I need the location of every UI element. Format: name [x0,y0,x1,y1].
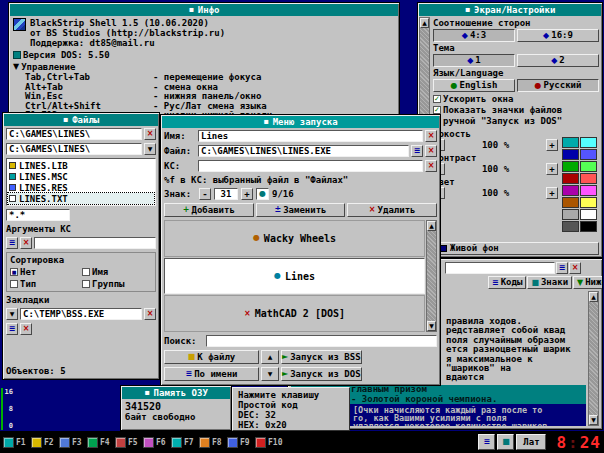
current-dir-input[interactable] [6,143,142,155]
function-key-button[interactable]: F10 [255,433,281,451]
args-clear-button[interactable]: × [20,237,32,249]
launch-titlebar[interactable]: ▪ Меню запуска [162,116,439,128]
aspect-option-button[interactable]: ◆ 16:9 [517,29,599,42]
memory-titlebar[interactable]: ▪ Память ОЗУ [122,387,230,399]
arguments-input[interactable] [34,237,156,249]
aspect-option-button[interactable]: ◆ 4:3 [433,29,515,42]
theme-option-button[interactable]: ◆ 2 [517,54,599,67]
bookmark-remove-button[interactable]: × [20,323,32,335]
bookmark-clear-button[interactable]: × [144,308,156,320]
language-option-button[interactable]: ● Русский [517,79,599,92]
section-collapse-icon[interactable]: ▼ [13,63,19,71]
args-list-button[interactable]: ≡ [6,237,18,249]
color-swatch[interactable] [562,137,579,148]
function-key-button[interactable]: F8 [199,433,225,451]
signs-button[interactable]: ■ Знаки [527,276,572,289]
scroll-down-button[interactable]: ▼ [427,321,436,331]
color-swatch[interactable] [562,173,579,184]
color-swatch[interactable] [562,221,579,232]
file-list-item[interactable]: LINES.MSC [8,171,154,182]
search-input[interactable] [206,335,437,347]
color-swatch[interactable] [580,161,597,172]
color-swatch[interactable] [562,161,579,172]
files-titlebar[interactable]: ▪ Файлы [4,114,158,126]
info-titlebar[interactable]: ▪ Инфо [10,4,398,16]
replace-button[interactable]: ± Заменить [256,203,346,217]
function-key-button[interactable]: F7 [171,433,197,451]
run-bss-button[interactable]: ► Запуск из BSS [281,350,362,364]
below-button[interactable]: ▼ Ниже [573,276,603,289]
increase-button[interactable]: + [546,139,558,151]
color-swatch[interactable] [580,137,597,148]
to-file-button[interactable]: ■ К файлу [164,350,259,364]
color-swatch[interactable] [580,197,597,208]
increase-button[interactable]: + [546,163,558,175]
settings-checkbox[interactable]: ✓ Ускорить окна [433,94,599,104]
launch-item[interactable]: ● Lines [164,258,425,295]
increase-button[interactable]: + [546,187,558,199]
settings-titlebar[interactable]: ▪ Экран/Настройки [419,4,601,16]
scroll-up-button[interactable]: ▲ [427,221,436,231]
icon-prev-button[interactable]: - [199,188,211,200]
sort-radio[interactable]: ■ Нет [10,267,80,277]
keyboard-layout-button[interactable]: Лат [516,434,546,450]
bookmark-add-button[interactable]: ≡ [6,323,18,335]
file-input[interactable] [198,145,409,157]
sort-radio[interactable]: Группы [82,279,152,289]
file-browse-button[interactable]: ≡ [411,145,423,157]
checkbox-box[interactable]: ✓ [433,95,441,103]
file-list-item[interactable]: LINES.RES [8,182,154,193]
scroll-up-button[interactable]: ▲ [589,292,598,302]
file-mask-input[interactable] [6,209,70,221]
color-swatch[interactable] [580,149,597,160]
radio-box[interactable] [82,280,90,288]
function-key-button[interactable]: F5 [115,433,141,451]
settings-checkbox[interactable]: ручной "Запуск из DOS" [433,116,599,126]
bookmark-input[interactable] [20,308,142,320]
function-key-button[interactable]: F2 [31,433,57,451]
icon-next-button[interactable]: + [241,188,253,200]
kc-input[interactable] [198,160,423,172]
name-input[interactable] [198,130,423,142]
launch-item[interactable]: × MathCAD 2 [DOS] [164,295,425,332]
path-input[interactable] [6,128,142,140]
color-swatch[interactable] [562,185,579,196]
color-swatch[interactable] [562,149,579,160]
radio-box[interactable] [10,280,18,288]
settings-checkbox[interactable]: ✓ Показать значки файлов [433,105,599,115]
name-clear-button[interactable]: × [425,130,437,142]
function-key-button[interactable]: F9 [227,433,253,451]
radio-box[interactable] [82,268,90,276]
theme-option-button[interactable]: ◆ 1 [433,54,515,67]
file-clear-button[interactable]: × [425,145,437,157]
move-up-button[interactable]: ▲ [261,350,279,364]
sort-radio[interactable]: Имя [82,267,152,277]
function-key-button[interactable]: F4 [87,433,113,451]
kc-clear-button[interactable]: × [425,160,437,172]
viewer-search-input[interactable] [445,262,555,274]
scroll-track[interactable] [589,302,598,415]
scroll-down-button[interactable]: ▼ [589,415,598,425]
color-swatch[interactable] [580,221,597,232]
viewer-scrollbar[interactable]: ▲ ▼ [588,291,599,426]
viewer-list-button[interactable]: ≡ [556,262,568,274]
color-swatch[interactable] [580,173,597,184]
path-clear-button[interactable]: × [144,128,156,140]
codes-button[interactable]: ≡ Коды [488,276,526,289]
color-swatch[interactable] [562,197,579,208]
launch-list-scrollbar[interactable]: ▲ ▼ [426,220,437,332]
function-key-button[interactable]: F3 [59,433,85,451]
radio-box[interactable]: ■ [10,268,18,276]
file-list-item[interactable]: LINES.TXT [8,193,154,204]
function-key-button[interactable]: F6 [143,433,169,451]
taskbar-square-button[interactable]: ■ [497,434,514,450]
icon-number-input[interactable] [214,188,238,200]
function-key-button[interactable]: F1 [3,433,29,451]
sort-radio[interactable]: Тип [10,279,80,289]
by-name-button[interactable]: ≡ По имени [164,367,259,381]
checkbox-box[interactable]: ✓ [433,106,441,114]
delete-button[interactable]: × Удалить [347,203,437,217]
add-button[interactable]: + Добавить [164,203,254,217]
language-option-button[interactable]: ● English [433,79,515,92]
scroll-track[interactable] [427,231,436,321]
